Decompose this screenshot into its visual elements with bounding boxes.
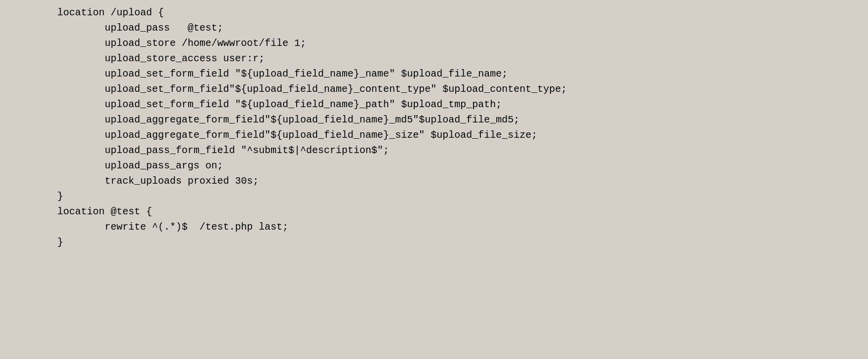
code-block: location /upload { upload_pass @test; up… bbox=[10, 5, 858, 250]
code-container: location /upload { upload_pass @test; up… bbox=[0, 0, 868, 359]
